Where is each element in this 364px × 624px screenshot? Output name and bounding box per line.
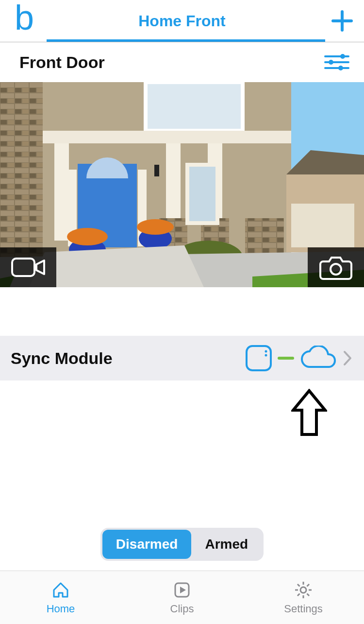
clips-icon [172,580,192,600]
sliders-icon [324,52,349,72]
camera-title: Front Door [19,53,105,72]
svg-point-5 [340,54,345,59]
svg-point-49 [300,587,306,593]
svg-marker-48 [180,587,186,593]
svg-point-7 [338,66,343,70]
svg-point-6 [329,60,333,65]
armed-button[interactable]: Armed [191,530,262,559]
plus-icon [331,10,353,32]
sync-module-row[interactable]: Sync Module [0,336,364,381]
tab-home-label: Home [47,603,75,615]
svg-point-43 [331,264,341,275]
camera-header-row: Front Door [0,42,364,82]
svg-rect-41 [154,165,159,176]
svg-point-45 [265,350,267,353]
svg-line-57 [307,584,310,587]
svg-rect-11 [39,131,291,143]
svg-rect-20 [291,204,354,247]
top-bar: b Home Front [0,0,364,42]
settings-gear-icon [294,580,313,600]
sync-module-label: Sync Module [11,349,113,368]
sync-module-icon [245,344,273,372]
active-tab-underline [47,39,325,42]
tab-settings[interactable]: Settings [243,571,364,624]
add-device-button[interactable] [329,8,355,34]
home-icon [51,580,70,600]
camera-thumbnail[interactable] [0,82,364,287]
svg-rect-30 [187,165,217,223]
system-name-tab[interactable]: Home Front [0,0,364,42]
svg-rect-22 [54,143,69,241]
tab-settings-label: Settings [284,603,323,615]
svg-point-46 [265,354,267,357]
svg-rect-10 [146,82,243,131]
disarmed-button[interactable]: Disarmed [102,530,192,559]
camera-settings-button[interactable] [323,49,350,76]
arm-segment-control: Disarmed Armed [0,528,364,561]
video-camera-icon [10,256,46,279]
live-view-button[interactable] [0,247,56,287]
pointer-arrow-annotation [291,389,327,436]
tab-bar: Home Clips Settings [0,571,364,624]
svg-rect-42 [12,259,34,276]
tab-clips[interactable]: Clips [121,571,243,624]
svg-line-54 [298,584,300,587]
connection-line-icon [278,357,294,360]
snapshot-button[interactable] [308,247,364,287]
sync-status-graphic [245,344,337,372]
chevron-right-icon [343,350,353,366]
cloud-icon [299,346,337,371]
camera-icon [318,255,353,280]
tab-home[interactable]: Home [0,571,121,624]
svg-point-33 [67,228,108,245]
svg-line-56 [298,593,300,596]
tab-clips-label: Clips [170,603,194,615]
svg-line-55 [307,593,310,596]
svg-point-34 [137,219,174,235]
svg-rect-44 [247,346,271,370]
